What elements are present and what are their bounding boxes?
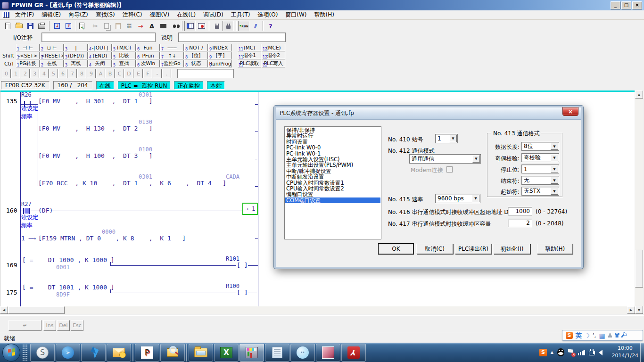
hex-key-button[interactable]: 8 <box>77 69 86 78</box>
menu-item[interactable]: 注释(C) <box>119 10 146 20</box>
taskbar-sogou-browser[interactable]: S <box>30 344 55 362</box>
plc-read-button[interactable]: PLC读出(R) <box>455 244 492 254</box>
taskbar-mail-client[interactable] <box>107 344 131 362</box>
menu-item[interactable]: 选项(O) <box>254 10 282 20</box>
select-mode-icon[interactable]: ↖ <box>78 21 90 31</box>
description-input[interactable] <box>178 33 286 42</box>
ins-key-button[interactable]: Ins <box>43 320 56 331</box>
help-icon[interactable]: ? <box>265 21 276 31</box>
esc-key-button[interactable]: Esc <box>71 320 83 331</box>
taskbar-qq[interactable]: ·· <box>290 344 315 362</box>
hex-key-button[interactable]: 0 <box>2 69 11 78</box>
fkey-shift-button[interactable]: 12指令2 <box>262 52 285 59</box>
fkey-ctrl-button[interactable]: 3离线 <box>64 60 88 67</box>
maximize-button[interactable]: □ <box>621 1 631 9</box>
menu-item[interactable]: 帮助(H) <box>311 10 338 20</box>
taskbar-file-explorer[interactable] <box>189 344 213 362</box>
fkey-shift-button[interactable]: 2-<RESET> <box>40 52 64 59</box>
print-icon[interactable] <box>36 21 47 31</box>
initialize-button[interactable]: 初始化(I) <box>494 244 530 254</box>
fkey-ctrl-button[interactable]: 1PG转换 <box>16 60 40 67</box>
hex-key-button[interactable]: 7 <box>68 69 77 78</box>
soft-keyboard-icon[interactable]: ▦ <box>599 332 605 339</box>
hex-key-button[interactable]: 2 <box>21 69 30 78</box>
fkey-button[interactable]: 6Fun <box>136 44 160 51</box>
fkey-ctrl-button[interactable]: 8状态 <box>184 60 208 67</box>
fkey-button[interactable]: 12(MCE) <box>262 44 285 51</box>
contact-list-icon[interactable]: HHH HHH <box>124 21 135 31</box>
hex-key-button[interactable]: - <box>153 69 162 78</box>
instruction-line[interactable]: [F0 MV , H 100 , DT 3 ] <box>38 153 153 159</box>
ime-language-bar[interactable]: S 英 ☽ ’, ▦ <box>562 330 643 341</box>
taskbar-adobe-reader[interactable]: Y <box>341 344 366 362</box>
punctuation-icon[interactable]: ’, <box>593 333 596 338</box>
fkey-ctrl-button[interactable]: 4关闭 <box>88 60 112 67</box>
fkey-button[interactable]: 5TM/CT <box>112 44 136 51</box>
hex-key-button[interactable]: C <box>115 69 124 78</box>
hex-key-button[interactable]: D <box>124 69 133 78</box>
register-monitor-icon[interactable] <box>196 21 207 31</box>
scroll-down-icon[interactable]: ▼ <box>635 306 643 314</box>
menu-item[interactable]: 向导(Z) <box>65 10 92 20</box>
scroll-up-icon[interactable]: ▲ <box>635 90 643 99</box>
online-mode-icon[interactable] <box>223 21 234 31</box>
instruction-line[interactable]: [F159 MTRN , DT 0 , K 8 , K 1 ] <box>38 235 186 241</box>
hex-key-button[interactable]: 4 <box>40 69 49 78</box>
fkey-shift-button[interactable]: 5比较 <box>112 52 136 59</box>
edit-cursor[interactable]: → 1 <box>242 203 258 215</box>
open-file-icon[interactable] <box>13 21 25 31</box>
fkey-ctrl-button[interactable]: 9Run/Prog <box>208 60 232 67</box>
compare-instruction[interactable]: [ = DT 1000 , K 1000 ] <box>22 257 115 263</box>
compare-instruction[interactable]: [ = DT 1001 , K 1000 ] <box>22 284 115 290</box>
taskbar-excel[interactable]: X <box>214 344 239 362</box>
instruction-line[interactable]: [F0 MV , H 130 , DT 2 ] <box>38 125 153 132</box>
text-icon[interactable]: A <box>146 21 157 31</box>
tray-expand-icon[interactable]: ▲ <box>551 350 553 354</box>
run-stop-toggle-icon[interactable]: ∕∕ <box>249 21 261 31</box>
fkey-button[interactable]: 11(MC) <box>238 44 261 51</box>
io-comment-input[interactable] <box>41 33 156 42</box>
del-key-button[interactable]: Del <box>57 320 70 331</box>
instruction-line[interactable]: [F0 MV , H 301 , DT 1 ] <box>38 98 153 104</box>
menu-item[interactable]: 调试(D) <box>199 10 227 20</box>
hex-key-button[interactable]: A <box>96 69 105 78</box>
run-mode-icon[interactable]: •RUN <box>238 21 249 31</box>
hex-key-button[interactable]: . <box>162 69 171 78</box>
ok-button[interactable]: OK <box>379 244 413 254</box>
menu-item[interactable]: 文件(F) <box>11 10 38 20</box>
taskbar-search-tool[interactable] <box>160 344 185 362</box>
fkey-button[interactable]: 1⊣ ⊢ <box>16 44 40 51</box>
hex-key-button[interactable]: F <box>143 69 152 78</box>
horizontal-scroll-thumb[interactable] <box>8 306 65 314</box>
ime-skin-icon[interactable] <box>615 333 619 337</box>
output-coil[interactable]: [ ] <box>236 289 248 296</box>
cancel-button[interactable]: 取消(C) <box>416 244 453 254</box>
fkey-button[interactable]: 8NOT / <box>184 44 208 51</box>
hex-key-button[interactable]: 3 <box>30 69 39 78</box>
fkey-shift-button[interactable]: 1-<SET> <box>16 52 40 59</box>
fkey-ctrl-button[interactable]: 11PLC读取 <box>238 60 261 67</box>
fkey-button[interactable]: 9INDEX <box>208 44 232 51</box>
tray-sogou-icon[interactable]: S <box>539 349 547 356</box>
fkey-shift-button[interactable]: 3(DF(/)) <box>64 52 88 59</box>
start-button[interactable] <box>2 344 20 362</box>
block-down-icon[interactable]: ↓ <box>51 21 63 31</box>
minimize-button[interactable]: _ <box>611 1 620 9</box>
taskbar-thunderbird[interactable] <box>81 344 106 362</box>
ime-account-icon[interactable] <box>608 333 612 337</box>
df-instruction[interactable]: (DF) <box>38 207 53 214</box>
menu-item[interactable]: 窗口(W) <box>281 10 310 20</box>
close-button[interactable]: × <box>632 1 642 9</box>
menu-item[interactable]: 查找(S) <box>92 10 119 20</box>
block-up-icon[interactable]: ↑ <box>63 21 74 31</box>
fkey-shift-button[interactable]: 11指令1 <box>238 52 261 59</box>
new-file-icon[interactable] <box>2 21 13 31</box>
help-button[interactable]: 帮助(H) <box>537 244 573 254</box>
fkey-ctrl-button[interactable]: 5查找 <box>112 60 136 67</box>
taskbar-clock[interactable]: 10:00 2014/1/24 <box>612 345 638 360</box>
show-desktop-button[interactable] <box>640 343 644 362</box>
fkey-shift-button[interactable]: 6PFun <box>136 52 160 59</box>
menu-item[interactable]: 编辑(E) <box>38 10 65 20</box>
hex-key-button[interactable]: 6 <box>58 69 67 78</box>
fkey-shift-button[interactable]: 8[位] <box>184 52 208 59</box>
